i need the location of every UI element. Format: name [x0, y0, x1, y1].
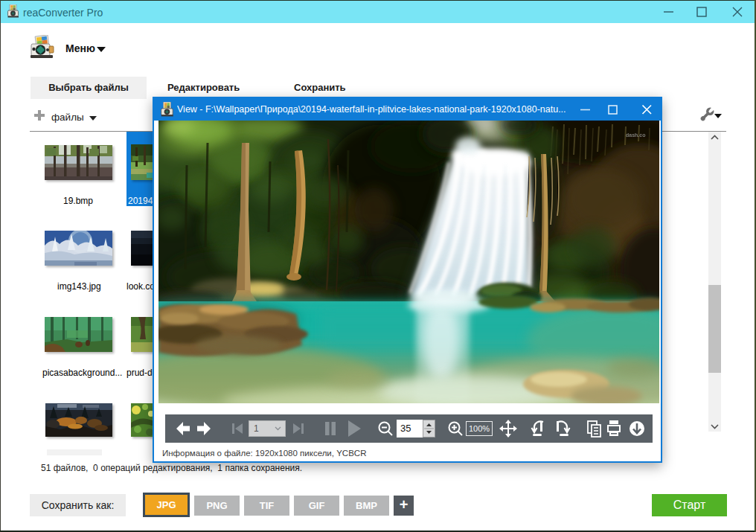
svg-text:dash.co: dash.co — [626, 132, 645, 138]
